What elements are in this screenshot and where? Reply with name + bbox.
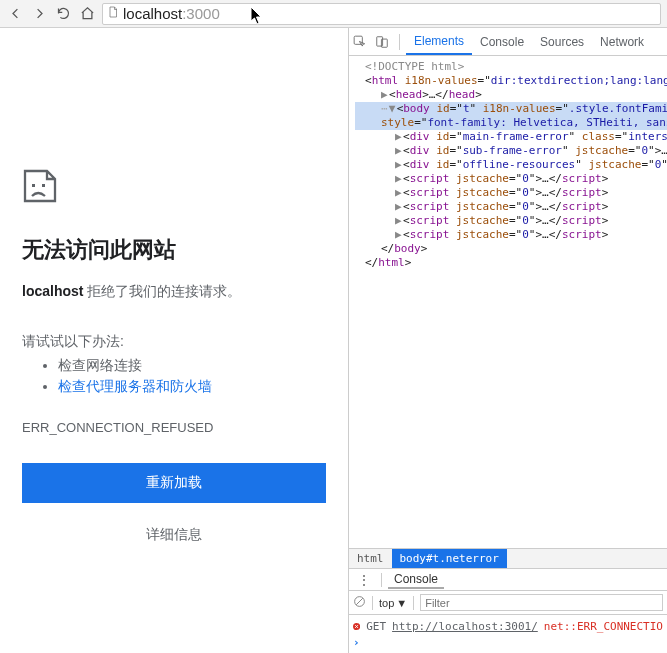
divider [413,596,414,610]
request-url: http://localhost:3001/ [392,620,538,633]
dom-script[interactable]: ▶<script jstcache="0">…</script> [355,200,667,214]
list-item: 检查代理服务器和防火墙 [58,378,326,396]
console-prompt[interactable]: › [353,634,663,650]
dom-body-open[interactable]: ▼<body id="t" i18n-values=".style.fontFa… [355,102,667,116]
home-icon[interactable] [78,5,96,23]
dom-div3[interactable]: ▶<div id="offline-resources" jstcache="0… [355,158,667,172]
forward-icon[interactable] [30,5,48,23]
address-host: localhost [123,5,182,22]
tab-console[interactable]: Console [472,28,532,55]
dom-head[interactable]: ▶<head>…</head> [355,88,667,102]
svg-rect-2 [354,36,362,44]
dom-html-open[interactable]: <html i18n-values="dir:textdirection;lan… [355,74,667,88]
dom-div1[interactable]: ▶<div id="main-frame-error" class="inter… [355,130,667,144]
net-error: net::ERR_CONNECTIO [544,620,663,633]
address-port: :3000 [182,5,220,22]
context-selector[interactable]: top ▼ [379,597,407,609]
kebab-icon[interactable]: ⋮ [353,572,375,588]
suggestion-list: 检查网络连接 检查代理服务器和防火墙 [22,357,326,396]
dom-div2[interactable]: ▶<div id="sub-frame-error" jstcache="0">… [355,144,667,158]
reload-button[interactable]: 重新加载 [22,463,326,503]
request-method: GET [366,620,386,633]
dom-script[interactable]: ▶<script jstcache="0">…</script> [355,228,667,242]
content-area: 无法访问此网站 localhost 拒绝了我们的连接请求。 请试试以下办法: 检… [0,28,348,653]
list-item: 检查网络连接 [58,357,326,375]
error-message: localhost 拒绝了我们的连接请求。 [22,283,326,301]
divider [399,34,400,50]
address-bar[interactable]: localhost:3000 [102,3,661,25]
error-icon [353,621,360,632]
chevron-down-icon: ▼ [396,597,407,609]
console-messages: GET http://localhost:3001/ net::ERR_CONN… [349,615,667,653]
divider [372,596,373,610]
dom-doctype: <!DOCTYPE html> [355,60,667,74]
dom-body-style[interactable]: style="font-family: Helvetica, STHeiti, … [355,116,667,130]
tab-elements[interactable]: Elements [406,28,472,55]
console-drawer-tabs: ⋮ Console [349,569,667,591]
tab-sources[interactable]: Sources [532,28,592,55]
dom-tree[interactable]: <!DOCTYPE html> <html i18n-values="dir:t… [349,56,667,548]
chevron-right-icon: › [353,636,360,649]
details-button[interactable]: 详细信息 [22,525,326,545]
svg-rect-0 [32,184,35,187]
error-code: ERR_CONNECTION_REFUSED [22,420,326,435]
devtools-panel: Elements Console Sources Network <!DOCTY… [348,28,667,653]
dom-body-close[interactable]: </body> [355,242,667,256]
devtools-tabs: Elements Console Sources Network [349,28,667,56]
error-msg-suffix: 拒绝了我们的连接请求。 [83,283,241,299]
tab-console-drawer[interactable]: Console [388,570,444,589]
error-host: localhost [22,283,83,299]
dom-script[interactable]: ▶<script jstcache="0">…</script> [355,172,667,186]
tab-network[interactable]: Network [592,28,652,55]
console-drawer: ⋮ Console top ▼ GET http://localhost:300… [349,568,667,653]
inspect-icon[interactable] [349,28,371,55]
svg-rect-1 [42,184,45,187]
error-title: 无法访问此网站 [22,235,326,265]
clear-console-icon[interactable] [353,595,366,610]
console-error-row[interactable]: GET http://localhost:3001/ net::ERR_CONN… [353,618,663,634]
crumb-body[interactable]: body#t.neterror [392,549,507,568]
back-icon[interactable] [6,5,24,23]
proxy-firewall-link[interactable]: 检查代理服务器和防火墙 [58,378,212,394]
console-filter-input[interactable] [420,594,663,611]
breadcrumb[interactable]: html body#t.neterror [349,548,667,568]
try-label: 请试试以下办法: [22,333,326,351]
device-icon[interactable] [371,28,393,55]
crumb-html[interactable]: html [349,549,392,568]
page-icon [107,5,119,22]
dom-script[interactable]: ▶<script jstcache="0">…</script> [355,186,667,200]
dom-html-close[interactable]: </html> [355,256,667,270]
browser-toolbar: localhost:3000 [0,0,667,28]
dom-script[interactable]: ▶<script jstcache="0">…</script> [355,214,667,228]
console-toolbar: top ▼ [349,591,667,615]
address-text: localhost:3000 [123,5,220,22]
divider [381,573,382,587]
reload-icon[interactable] [54,5,72,23]
sad-page-icon [22,168,58,204]
